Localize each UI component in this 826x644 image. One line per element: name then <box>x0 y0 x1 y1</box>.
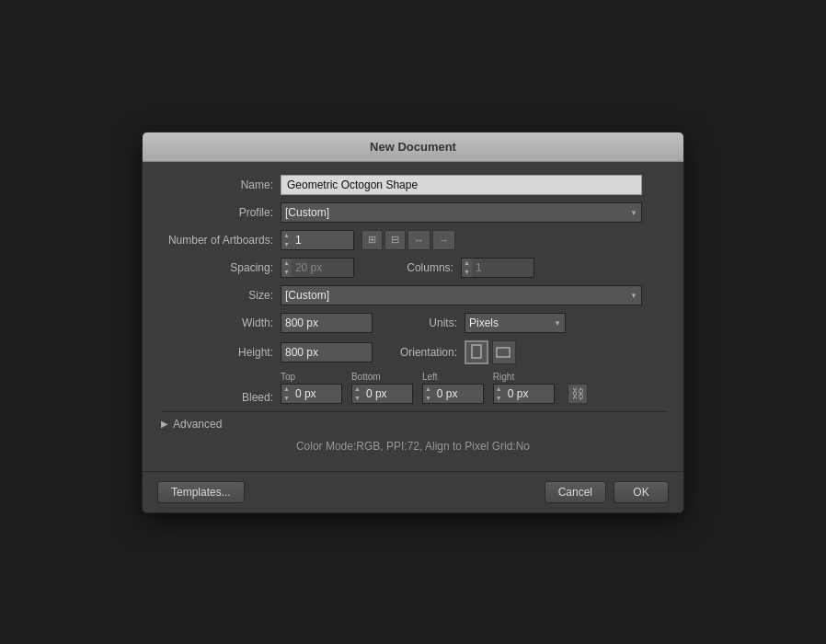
bleed-group: Top ▲ ▼ Bottom ▲ ▼ <box>281 372 588 404</box>
bleed-top-label: Top <box>281 372 295 382</box>
bleed-left-up[interactable]: ▲ <box>423 385 433 394</box>
dialog-footer: Templates... Cancel OK <box>143 471 683 512</box>
spacing-columns-row: Spacing: ▲ ▼ Columns: ▲ ▼ <box>161 258 665 278</box>
arrange-row-btn[interactable]: ⊟ <box>384 230 406 250</box>
name-label: Name: <box>161 178 281 191</box>
bleed-bottom-label: Bottom <box>351 372 381 382</box>
new-document-dialog: New Document Name: Profile: [Custom] Num… <box>142 132 684 513</box>
bleed-top-input[interactable] <box>292 384 342 404</box>
arrange-grid-btn[interactable]: ⊞ <box>361 230 383 250</box>
bleed-left-down[interactable]: ▼ <box>423 394 433 403</box>
columns-up-arrow: ▲ <box>462 259 472 268</box>
svg-rect-1 <box>497 348 510 357</box>
bleed-right-down[interactable]: ▼ <box>494 394 504 403</box>
size-select[interactable]: [Custom] <box>281 285 642 305</box>
bleed-left-item: Left ▲ ▼ <box>422 372 484 404</box>
spacing-spinner: ▲ ▼ <box>281 258 354 278</box>
bleed-row: Bleed: Top ▲ ▼ Bottom <box>161 372 665 404</box>
dialog-body: Name: Profile: [Custom] Number of Artboa… <box>143 162 683 471</box>
width-input[interactable] <box>281 313 373 333</box>
bleed-bottom-up[interactable]: ▲ <box>352 385 362 394</box>
profile-row: Profile: [Custom] <box>161 202 665 223</box>
info-row: Color Mode:RGB, PPI:72, Align to Pixel G… <box>161 434 665 462</box>
info-text: Color Mode:RGB, PPI:72, Align to Pixel G… <box>296 440 530 453</box>
columns-input <box>472 258 534 278</box>
width-label: Width: <box>161 316 281 329</box>
dialog-title: New Document <box>370 140 456 154</box>
bleed-left-spinner: ▲ ▼ <box>422 384 484 404</box>
name-row: Name: <box>161 175 665 195</box>
bleed-top-item: Top ▲ ▼ <box>281 372 342 404</box>
orientation-portrait-btn[interactable] <box>465 340 488 364</box>
bleed-right-label: Right <box>493 372 514 382</box>
bleed-bottom-spinner: ▲ ▼ <box>351 384 413 404</box>
size-row: Size: [Custom] <box>161 285 665 305</box>
bleed-top-spinner: ▲ ▼ <box>281 384 342 404</box>
arrange-right-btn[interactable]: → <box>432 230 455 250</box>
height-input[interactable] <box>281 342 373 362</box>
columns-spinner-arrows: ▲ ▼ <box>461 258 472 278</box>
artboards-spinner-arrows[interactable]: ▲ ▼ <box>281 230 292 250</box>
artboards-up-arrow[interactable]: ▲ <box>281 231 292 240</box>
name-input[interactable] <box>281 175 642 195</box>
spacing-input <box>292 258 354 278</box>
orientation-landscape-btn[interactable] <box>492 340 516 364</box>
bleed-bottom-down[interactable]: ▼ <box>352 394 362 403</box>
units-label: Units: <box>391 316 465 329</box>
size-label: Size: <box>161 289 281 302</box>
artboard-layout-buttons: ⊞ ⊟ ↔ → <box>361 230 457 250</box>
svg-rect-0 <box>472 345 481 358</box>
artboards-row: Number of Artboards: ▲ ▼ ⊞ ⊟ ↔ → <box>161 230 665 250</box>
artboards-label: Number of Artboards: <box>161 234 281 247</box>
bleed-right-up[interactable]: ▲ <box>494 385 504 394</box>
height-label: Height: <box>161 346 281 359</box>
bleed-top-down[interactable]: ▼ <box>281 394 292 403</box>
artboards-input[interactable] <box>292 230 354 250</box>
bleed-link-btn[interactable]: ⛓ <box>568 384 588 404</box>
orientation-label: Orientation: <box>391 346 465 359</box>
bleed-label: Bleed: <box>161 391 281 404</box>
columns-down-arrow: ▼ <box>462 268 472 277</box>
arrange-arrow-btn[interactable]: ↔ <box>407 230 430 250</box>
bleed-right-spinner: ▲ ▼ <box>493 384 555 404</box>
bleed-left-label: Left <box>422 372 438 382</box>
artboards-down-arrow[interactable]: ▼ <box>281 240 292 249</box>
advanced-row[interactable]: ▶ Advanced <box>161 418 665 431</box>
spacing-up-arrow: ▲ <box>281 259 292 268</box>
columns-label: Columns: <box>369 261 461 274</box>
profile-label: Profile: <box>161 206 281 219</box>
ok-button[interactable]: OK <box>614 481 669 503</box>
units-select[interactable]: Pixels Inches Millimeters Points <box>465 313 566 333</box>
advanced-expand-icon: ▶ <box>161 419 168 429</box>
footer-left: Templates... <box>157 481 245 503</box>
bleed-top-arrows[interactable]: ▲ ▼ <box>281 384 292 404</box>
orientation-buttons <box>465 340 516 364</box>
bleed-top-up[interactable]: ▲ <box>281 385 292 394</box>
profile-select[interactable]: [Custom] <box>281 202 642 223</box>
bleed-bottom-input[interactable] <box>362 384 413 404</box>
divider-1 <box>161 411 665 412</box>
spacing-down-arrow: ▼ <box>281 268 292 277</box>
cancel-button[interactable]: Cancel <box>545 481 606 503</box>
bleed-right-input[interactable] <box>504 384 555 404</box>
width-units-row: Width: Units: Pixels Inches Millimeters … <box>161 313 665 333</box>
artboards-spinner: ▲ ▼ <box>281 230 354 250</box>
columns-spinner: ▲ ▼ <box>461 258 534 278</box>
bleed-left-input[interactable] <box>433 384 484 404</box>
bleed-right-item: Right ▲ ▼ <box>493 372 555 404</box>
advanced-label: Advanced <box>173 418 222 431</box>
bleed-right-arrows[interactable]: ▲ ▼ <box>493 384 504 404</box>
footer-right: Cancel OK <box>545 481 669 503</box>
spacing-label: Spacing: <box>161 261 281 274</box>
bleed-bottom-item: Bottom ▲ ▼ <box>351 372 413 404</box>
bleed-left-arrows[interactable]: ▲ ▼ <box>422 384 433 404</box>
dialog-titlebar: New Document <box>143 132 683 162</box>
height-orientation-row: Height: Orientation: <box>161 340 665 364</box>
templates-button[interactable]: Templates... <box>157 481 245 503</box>
spacing-spinner-arrows: ▲ ▼ <box>281 258 292 278</box>
bleed-bottom-arrows[interactable]: ▲ ▼ <box>351 384 362 404</box>
